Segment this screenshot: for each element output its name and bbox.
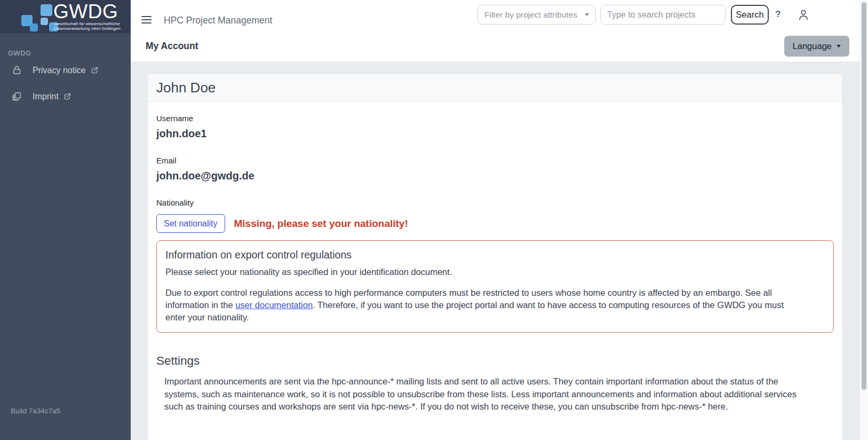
sidebar-section-label: GWDG	[8, 49, 131, 57]
email-label: Email	[156, 156, 834, 165]
export-info-paragraph1: Please select your nationality as specif…	[165, 266, 803, 278]
account-name: John Doe	[156, 80, 216, 96]
nationality-label: Nationality	[156, 198, 834, 207]
search-projects-input[interactable]	[600, 5, 726, 25]
export-control-info-box: Information on export control regulation…	[156, 240, 834, 333]
settings-title: Settings	[156, 354, 834, 368]
nationality-warning-text: Missing, please set your nationality!	[234, 218, 408, 230]
hamburger-menu-icon[interactable]	[141, 16, 152, 23]
language-dropdown-label: Language	[793, 41, 832, 51]
gwdg-logo-square	[41, 4, 52, 16]
filter-projects-dropdown[interactable]: Filter by project attributes	[477, 5, 596, 25]
help-icon[interactable]: ?	[775, 9, 781, 20]
chevron-down-icon	[837, 45, 841, 48]
filter-projects-dropdown-label: Filter by project attributes	[484, 10, 577, 20]
export-info-title: Information on export control regulation…	[165, 249, 825, 261]
set-nationality-button[interactable]: Set nationality	[156, 214, 225, 233]
vertical-scrollbar[interactable]	[859, 0, 868, 440]
gwdg-logo[interactable]: GWDG Gesellschaft für wissenschaftliche …	[0, 0, 131, 33]
external-link-icon	[91, 66, 99, 74]
sidebar-item-label: Privacy notice	[33, 66, 86, 75]
gwdg-logo-square	[30, 23, 38, 32]
external-link-icon	[63, 92, 71, 100]
sidebar-item-privacy-notice[interactable]: Privacy notice	[0, 57, 131, 83]
build-version: Build 7a34c7a5	[11, 407, 60, 415]
lock-icon	[12, 65, 22, 76]
email-value: john.doe@gwdg.de	[156, 170, 834, 182]
nationality-row: Set nationality Missing, please set your…	[156, 214, 834, 233]
account-card-body: Username john.doe1 Email john.doe@gwdg.d…	[148, 102, 842, 422]
language-dropdown-button[interactable]: Language	[784, 36, 849, 57]
top-navbar: HPC Project Management Filter by project…	[131, 0, 868, 61]
user-documentation-link[interactable]: user documentation	[235, 300, 313, 310]
pages-icon	[12, 91, 22, 102]
scrollbar-thumb[interactable]	[862, 2, 866, 390]
gwdg-logo-text: GWDG	[53, 1, 118, 23]
app-window: GWDG Gesellschaft für wissenschaftliche …	[0, 0, 868, 440]
export-info-paragraph2: Due to export control regulations access…	[165, 287, 803, 324]
settings-paragraph: Important announcements are sent via the…	[164, 375, 805, 413]
account-card-header: John Doe	[148, 74, 842, 102]
user-account-icon[interactable]	[797, 8, 810, 22]
main-content: John Doe Username john.doe1 Email john.d…	[131, 61, 859, 440]
username-label: Username	[156, 114, 834, 123]
gwdg-logo-subtitle-line2: Datenverarbeitung mbH Göttingen	[54, 26, 121, 31]
settings-section: Settings Important announcements are sen…	[156, 354, 834, 413]
gwdg-logo-subtitle: Gesellschaft für wissenschaftliche Daten…	[54, 22, 121, 31]
page-title: My Account	[146, 41, 198, 52]
account-card: John Doe Username john.doe1 Email john.d…	[147, 73, 843, 440]
sidebar: GWDG Gesellschaft für wissenschaftliche …	[0, 0, 131, 440]
username-value: john.doe1	[156, 128, 834, 140]
gwdg-logo-square	[41, 18, 48, 25]
sidebar-item-imprint[interactable]: Imprint	[0, 83, 131, 109]
app-title: HPC Project Management	[164, 15, 272, 26]
sidebar-item-label: Imprint	[33, 92, 59, 101]
chevron-down-icon	[585, 13, 589, 16]
search-button[interactable]: Search	[731, 5, 769, 25]
